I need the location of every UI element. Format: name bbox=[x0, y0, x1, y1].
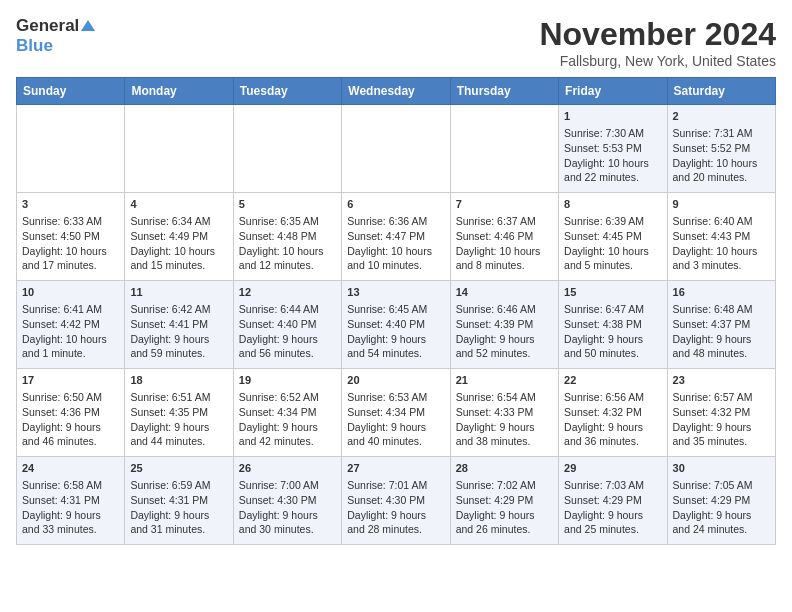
daylight-text: Daylight: 9 hours and 44 minutes. bbox=[130, 420, 227, 449]
day-number: 24 bbox=[22, 461, 119, 476]
calendar-cell: 24Sunrise: 6:58 AMSunset: 4:31 PMDayligh… bbox=[17, 457, 125, 545]
daylight-text: Daylight: 9 hours and 40 minutes. bbox=[347, 420, 444, 449]
calendar-cell bbox=[233, 105, 341, 193]
calendar-cell: 28Sunrise: 7:02 AMSunset: 4:29 PMDayligh… bbox=[450, 457, 558, 545]
daylight-text: Daylight: 9 hours and 56 minutes. bbox=[239, 332, 336, 361]
sunrise-text: Sunrise: 6:52 AM bbox=[239, 390, 336, 405]
sunrise-text: Sunrise: 6:54 AM bbox=[456, 390, 553, 405]
calendar-cell: 10Sunrise: 6:41 AMSunset: 4:42 PMDayligh… bbox=[17, 281, 125, 369]
calendar-week-row: 1Sunrise: 7:30 AMSunset: 5:53 PMDaylight… bbox=[17, 105, 776, 193]
title-area: November 2024 Fallsburg, New York, Unite… bbox=[539, 16, 776, 69]
sunset-text: Sunset: 4:33 PM bbox=[456, 405, 553, 420]
calendar-cell: 15Sunrise: 6:47 AMSunset: 4:38 PMDayligh… bbox=[559, 281, 667, 369]
sunset-text: Sunset: 4:48 PM bbox=[239, 229, 336, 244]
day-number: 12 bbox=[239, 285, 336, 300]
calendar-cell: 7Sunrise: 6:37 AMSunset: 4:46 PMDaylight… bbox=[450, 193, 558, 281]
daylight-text: Daylight: 10 hours and 3 minutes. bbox=[673, 244, 770, 273]
sunrise-text: Sunrise: 6:33 AM bbox=[22, 214, 119, 229]
daylight-text: Daylight: 9 hours and 25 minutes. bbox=[564, 508, 661, 537]
calendar-cell: 19Sunrise: 6:52 AMSunset: 4:34 PMDayligh… bbox=[233, 369, 341, 457]
sunset-text: Sunset: 4:35 PM bbox=[130, 405, 227, 420]
calendar-week-row: 10Sunrise: 6:41 AMSunset: 4:42 PMDayligh… bbox=[17, 281, 776, 369]
sunrise-text: Sunrise: 6:53 AM bbox=[347, 390, 444, 405]
day-number: 22 bbox=[564, 373, 661, 388]
sunset-text: Sunset: 4:47 PM bbox=[347, 229, 444, 244]
daylight-text: Daylight: 9 hours and 46 minutes. bbox=[22, 420, 119, 449]
day-number: 2 bbox=[673, 109, 770, 124]
daylight-text: Daylight: 10 hours and 20 minutes. bbox=[673, 156, 770, 185]
calendar-cell: 11Sunrise: 6:42 AMSunset: 4:41 PMDayligh… bbox=[125, 281, 233, 369]
day-number: 20 bbox=[347, 373, 444, 388]
calendar-cell: 2Sunrise: 7:31 AMSunset: 5:52 PMDaylight… bbox=[667, 105, 775, 193]
sunrise-text: Sunrise: 6:45 AM bbox=[347, 302, 444, 317]
day-number: 21 bbox=[456, 373, 553, 388]
calendar-cell: 18Sunrise: 6:51 AMSunset: 4:35 PMDayligh… bbox=[125, 369, 233, 457]
sunset-text: Sunset: 4:32 PM bbox=[564, 405, 661, 420]
daylight-text: Daylight: 9 hours and 26 minutes. bbox=[456, 508, 553, 537]
calendar-cell: 27Sunrise: 7:01 AMSunset: 4:30 PMDayligh… bbox=[342, 457, 450, 545]
calendar-week-row: 17Sunrise: 6:50 AMSunset: 4:36 PMDayligh… bbox=[17, 369, 776, 457]
daylight-text: Daylight: 9 hours and 24 minutes. bbox=[673, 508, 770, 537]
day-number: 23 bbox=[673, 373, 770, 388]
calendar-cell: 20Sunrise: 6:53 AMSunset: 4:34 PMDayligh… bbox=[342, 369, 450, 457]
daylight-text: Daylight: 9 hours and 42 minutes. bbox=[239, 420, 336, 449]
sunrise-text: Sunrise: 6:39 AM bbox=[564, 214, 661, 229]
calendar-cell bbox=[450, 105, 558, 193]
calendar-cell bbox=[342, 105, 450, 193]
sunrise-text: Sunrise: 6:35 AM bbox=[239, 214, 336, 229]
day-number: 13 bbox=[347, 285, 444, 300]
sunrise-text: Sunrise: 7:01 AM bbox=[347, 478, 444, 493]
daylight-text: Daylight: 9 hours and 31 minutes. bbox=[130, 508, 227, 537]
calendar-cell: 1Sunrise: 7:30 AMSunset: 5:53 PMDaylight… bbox=[559, 105, 667, 193]
calendar-cell: 4Sunrise: 6:34 AMSunset: 4:49 PMDaylight… bbox=[125, 193, 233, 281]
calendar-cell bbox=[17, 105, 125, 193]
day-number: 7 bbox=[456, 197, 553, 212]
sunrise-text: Sunrise: 6:34 AM bbox=[130, 214, 227, 229]
calendar-cell: 8Sunrise: 6:39 AMSunset: 4:45 PMDaylight… bbox=[559, 193, 667, 281]
sunrise-text: Sunrise: 6:41 AM bbox=[22, 302, 119, 317]
weekday-header-wednesday: Wednesday bbox=[342, 78, 450, 105]
daylight-text: Daylight: 10 hours and 17 minutes. bbox=[22, 244, 119, 273]
calendar-cell: 14Sunrise: 6:46 AMSunset: 4:39 PMDayligh… bbox=[450, 281, 558, 369]
sunrise-text: Sunrise: 7:03 AM bbox=[564, 478, 661, 493]
sunset-text: Sunset: 4:45 PM bbox=[564, 229, 661, 244]
calendar-week-row: 3Sunrise: 6:33 AMSunset: 4:50 PMDaylight… bbox=[17, 193, 776, 281]
logo-triangle-icon bbox=[81, 20, 95, 31]
weekday-header-tuesday: Tuesday bbox=[233, 78, 341, 105]
calendar-cell: 26Sunrise: 7:00 AMSunset: 4:30 PMDayligh… bbox=[233, 457, 341, 545]
sunset-text: Sunset: 4:46 PM bbox=[456, 229, 553, 244]
sunset-text: Sunset: 4:37 PM bbox=[673, 317, 770, 332]
day-number: 9 bbox=[673, 197, 770, 212]
day-number: 25 bbox=[130, 461, 227, 476]
day-number: 6 bbox=[347, 197, 444, 212]
daylight-text: Daylight: 9 hours and 36 minutes. bbox=[564, 420, 661, 449]
daylight-text: Daylight: 9 hours and 52 minutes. bbox=[456, 332, 553, 361]
day-number: 11 bbox=[130, 285, 227, 300]
logo-general-text: General bbox=[16, 16, 79, 36]
sunset-text: Sunset: 4:34 PM bbox=[347, 405, 444, 420]
day-number: 16 bbox=[673, 285, 770, 300]
sunrise-text: Sunrise: 6:50 AM bbox=[22, 390, 119, 405]
weekday-header-sunday: Sunday bbox=[17, 78, 125, 105]
sunset-text: Sunset: 4:30 PM bbox=[239, 493, 336, 508]
day-number: 8 bbox=[564, 197, 661, 212]
calendar-cell: 22Sunrise: 6:56 AMSunset: 4:32 PMDayligh… bbox=[559, 369, 667, 457]
calendar-cell: 5Sunrise: 6:35 AMSunset: 4:48 PMDaylight… bbox=[233, 193, 341, 281]
daylight-text: Daylight: 10 hours and 15 minutes. bbox=[130, 244, 227, 273]
calendar-cell: 16Sunrise: 6:48 AMSunset: 4:37 PMDayligh… bbox=[667, 281, 775, 369]
weekday-header-row: SundayMondayTuesdayWednesdayThursdayFrid… bbox=[17, 78, 776, 105]
day-number: 30 bbox=[673, 461, 770, 476]
day-number: 5 bbox=[239, 197, 336, 212]
day-number: 14 bbox=[456, 285, 553, 300]
calendar-cell: 29Sunrise: 7:03 AMSunset: 4:29 PMDayligh… bbox=[559, 457, 667, 545]
daylight-text: Daylight: 9 hours and 54 minutes. bbox=[347, 332, 444, 361]
day-number: 18 bbox=[130, 373, 227, 388]
sunset-text: Sunset: 4:36 PM bbox=[22, 405, 119, 420]
sunset-text: Sunset: 4:31 PM bbox=[130, 493, 227, 508]
sunrise-text: Sunrise: 7:31 AM bbox=[673, 126, 770, 141]
sunrise-text: Sunrise: 6:57 AM bbox=[673, 390, 770, 405]
calendar-cell: 17Sunrise: 6:50 AMSunset: 4:36 PMDayligh… bbox=[17, 369, 125, 457]
sunrise-text: Sunrise: 6:58 AM bbox=[22, 478, 119, 493]
day-number: 19 bbox=[239, 373, 336, 388]
calendar-cell: 9Sunrise: 6:40 AMSunset: 4:43 PMDaylight… bbox=[667, 193, 775, 281]
